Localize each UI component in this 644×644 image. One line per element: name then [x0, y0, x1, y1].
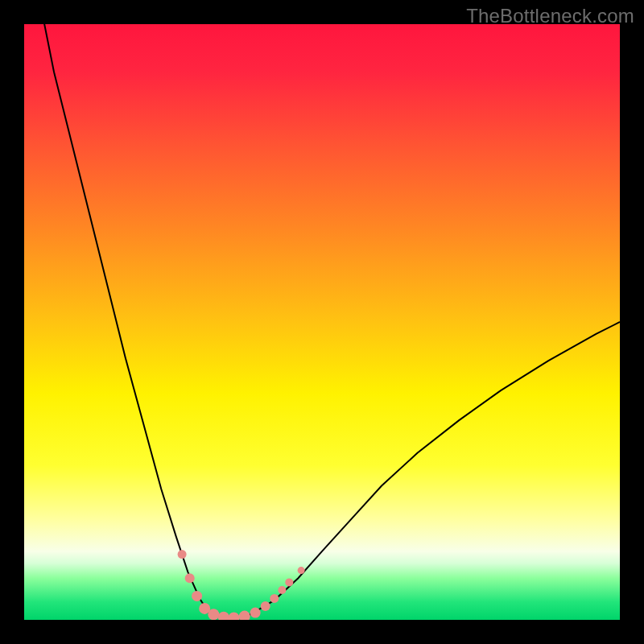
highlight-dot: [250, 608, 261, 618]
highlight-dot: [278, 586, 286, 594]
highlight-dot: [298, 567, 305, 574]
highlight-dot: [178, 550, 187, 559]
chart-frame: TheBottleneck.com: [0, 0, 644, 644]
highlight-dot: [192, 591, 202, 601]
highlight-dot: [208, 609, 219, 620]
gradient-rect: [24, 24, 620, 620]
highlight-dot: [270, 594, 279, 603]
highlight-dot: [261, 601, 270, 611]
chart-svg: [24, 24, 620, 620]
highlight-dot: [285, 578, 293, 586]
highlight-dot: [185, 573, 195, 583]
plot-area: [24, 24, 620, 620]
